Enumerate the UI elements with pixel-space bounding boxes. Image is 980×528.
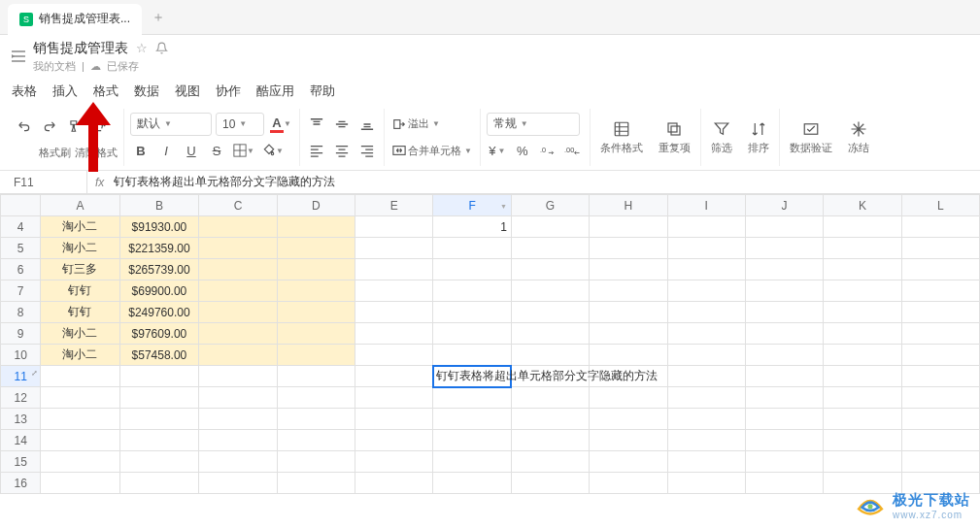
cell[interactable]: 淘小二 xyxy=(41,238,119,259)
fill-color-button[interactable]: ▼ xyxy=(260,139,286,162)
row-header[interactable]: 5 xyxy=(1,238,41,259)
cell[interactable] xyxy=(745,345,823,366)
cell[interactable] xyxy=(199,473,277,494)
cell[interactable]: 钉三多 xyxy=(41,259,119,280)
cell[interactable] xyxy=(199,323,277,345)
cell-reference-box[interactable]: F11 xyxy=(0,171,87,193)
font-size-select[interactable]: 10▼ xyxy=(216,113,264,136)
redo-button[interactable] xyxy=(39,115,60,138)
cell[interactable] xyxy=(199,451,277,473)
row-header[interactable]: 12 xyxy=(1,387,41,409)
paintbrush-icon[interactable] xyxy=(64,115,85,138)
cell[interactable] xyxy=(355,430,433,451)
cell[interactable] xyxy=(511,323,589,345)
cell[interactable] xyxy=(41,451,119,473)
cell[interactable] xyxy=(590,451,667,473)
formula-input[interactable]: 钉钉表格将超出单元格部分文字隐藏的方法 xyxy=(112,174,980,190)
cell[interactable] xyxy=(433,409,511,430)
cell[interactable] xyxy=(119,451,199,473)
cell[interactable] xyxy=(901,238,979,259)
cell[interactable] xyxy=(199,216,277,238)
select-all-corner[interactable] xyxy=(1,195,41,216)
cell[interactable] xyxy=(824,280,901,302)
cell[interactable] xyxy=(901,366,979,387)
cell[interactable] xyxy=(824,387,901,409)
cell[interactable] xyxy=(901,387,979,409)
cell[interactable] xyxy=(433,387,511,409)
align-bottom-button[interactable] xyxy=(356,113,378,136)
merge-cells-button[interactable]: 合并单元格 ▼ xyxy=(390,139,474,162)
menu-insert[interactable]: 插入 xyxy=(52,82,78,100)
cell[interactable] xyxy=(901,216,979,238)
cell[interactable]: $69900.00 xyxy=(119,280,199,302)
row-header[interactable]: 9 xyxy=(1,323,41,345)
cell[interactable] xyxy=(41,473,119,494)
cell[interactable] xyxy=(901,451,979,473)
cell[interactable] xyxy=(511,409,589,430)
cell[interactable] xyxy=(824,473,901,494)
fx-icon[interactable]: fx xyxy=(87,176,112,189)
cell[interactable] xyxy=(355,280,433,302)
cell[interactable] xyxy=(199,409,277,430)
col-header-e[interactable]: E xyxy=(355,195,433,216)
col-header-a[interactable]: A xyxy=(41,195,119,216)
cell[interactable]: $221359.00 xyxy=(119,238,199,259)
col-header-i[interactable]: I xyxy=(667,195,745,216)
cell[interactable] xyxy=(824,302,901,323)
cell[interactable] xyxy=(901,409,979,430)
bold-button[interactable]: B xyxy=(130,139,152,162)
cell[interactable] xyxy=(824,366,901,387)
col-header-g[interactable]: G xyxy=(511,195,589,216)
cell[interactable] xyxy=(824,238,901,259)
selected-cell[interactable]: 钉钉表格将超出单元格部分文字隐藏的方法 xyxy=(433,366,511,387)
currency-button[interactable]: ¥▼ xyxy=(487,139,508,162)
new-tab-button[interactable]: ＋ xyxy=(152,9,165,26)
freeze-button[interactable]: 冻结 xyxy=(844,117,873,157)
cell[interactable]: 淘小二 xyxy=(41,345,119,366)
cell[interactable] xyxy=(745,366,823,387)
spreadsheet-grid[interactable]: A B C D E F▼ G H I J K L 4淘小二$91930.0015… xyxy=(0,194,980,494)
cell[interactable] xyxy=(277,323,355,345)
cell[interactable] xyxy=(745,430,823,451)
cell[interactable] xyxy=(511,387,589,409)
cell[interactable] xyxy=(667,323,745,345)
cell[interactable]: 淘小二 xyxy=(41,323,119,345)
cell[interactable]: 淘小二 xyxy=(41,216,119,238)
strikethrough-button[interactable]: S xyxy=(206,139,227,162)
cell[interactable] xyxy=(199,302,277,323)
cell[interactable] xyxy=(667,302,745,323)
cell[interactable] xyxy=(199,345,277,366)
conditional-format-button[interactable]: 条件格式 xyxy=(596,117,647,157)
italic-button[interactable]: I xyxy=(155,139,177,162)
menu-view[interactable]: 视图 xyxy=(175,82,200,100)
cell[interactable] xyxy=(745,387,823,409)
cell[interactable] xyxy=(590,473,667,494)
cell[interactable] xyxy=(667,280,745,302)
font-name-select[interactable]: 默认▼ xyxy=(130,113,212,136)
percent-button[interactable]: % xyxy=(512,139,533,162)
cell[interactable] xyxy=(277,387,355,409)
col-header-j[interactable]: J xyxy=(745,195,823,216)
cell[interactable] xyxy=(355,409,433,430)
row-header[interactable]: 11⤢ xyxy=(1,366,41,387)
cell[interactable] xyxy=(745,216,823,238)
font-color-button[interactable]: A▼ xyxy=(268,113,293,136)
overflow-button[interactable]: 溢出 ▼ xyxy=(390,113,442,136)
cell[interactable] xyxy=(355,473,433,494)
cell[interactable]: $249760.00 xyxy=(119,302,199,323)
cell[interactable] xyxy=(590,259,667,280)
filter-button[interactable]: 筛选 xyxy=(707,117,736,157)
cell[interactable] xyxy=(433,451,511,473)
star-icon[interactable]: ☆ xyxy=(136,41,148,55)
cell[interactable] xyxy=(511,345,589,366)
menu-collab[interactable]: 协作 xyxy=(216,82,241,100)
duplicates-button[interactable]: 重复项 xyxy=(655,117,694,157)
menu-help[interactable]: 帮助 xyxy=(310,82,335,100)
cell[interactable] xyxy=(511,259,589,280)
cell[interactable] xyxy=(824,430,901,451)
row-header[interactable]: 16 xyxy=(1,473,41,494)
cell[interactable] xyxy=(745,473,823,494)
cell[interactable] xyxy=(745,280,823,302)
cell[interactable]: $91930.00 xyxy=(119,216,199,238)
cell[interactable] xyxy=(745,451,823,473)
